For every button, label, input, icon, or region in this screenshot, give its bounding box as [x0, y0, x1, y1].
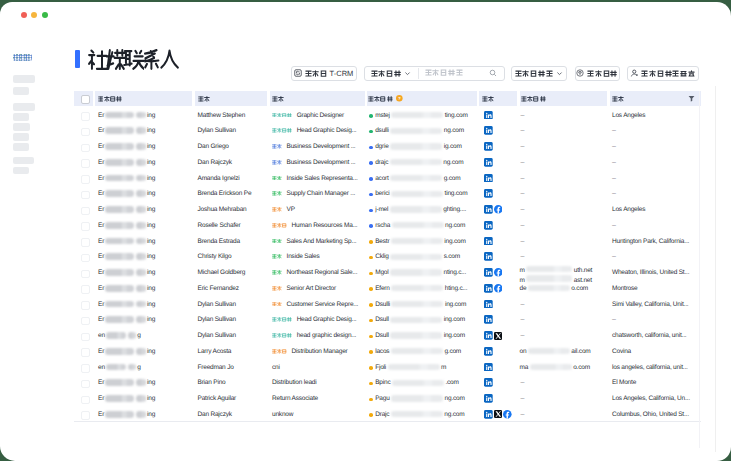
svg-text:?: ? [398, 96, 401, 101]
